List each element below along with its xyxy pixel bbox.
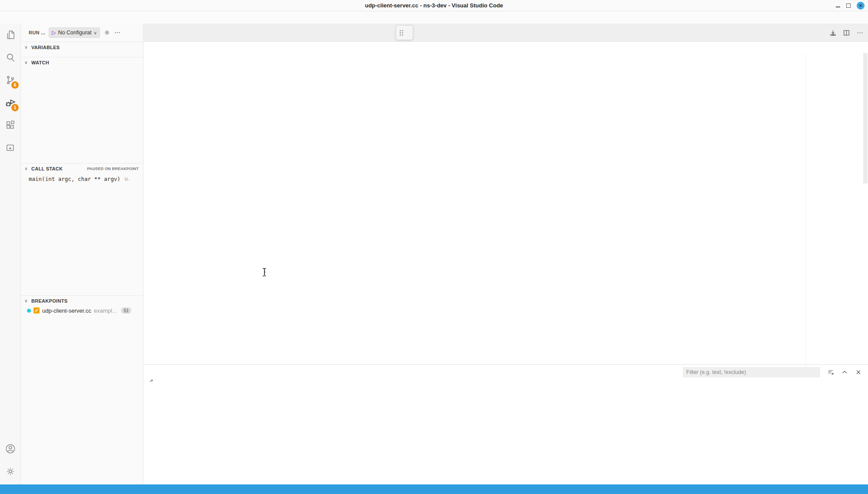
more-actions-icon[interactable] [114,29,121,36]
mouse-ibeam-cursor [262,268,267,277]
menu-bar [0,11,868,23]
close-panel-icon[interactable] [855,369,862,376]
toolbar-grip-icon[interactable] [400,30,403,36]
call-stack-section-header[interactable]: ∨ CALL STACK PAUSED ON BREAKPOINT [21,163,143,174]
debug-toolbar [396,25,413,40]
variables-section-header[interactable]: ∨ VARIABLES [21,42,143,52]
window-title: udp-client-server.cc - ns-3-dev - Visual… [365,2,503,9]
editor-group: > [144,23,868,484]
vscode-window: udp-client-server.cc - ns-3-dev - Visual… [0,0,868,494]
accounts-icon[interactable] [0,437,21,460]
breakpoint-line-badge: 51 [121,307,131,314]
debug-settings-gear-icon[interactable] [103,29,110,36]
panel-header [144,365,868,380]
chevron-down-icon: ∨ [23,298,29,303]
debug-config-dropdown[interactable]: ▷ No Configurat ∨ [49,27,100,38]
split-editor-icon[interactable] [843,29,850,37]
breakpoint-dot-icon [27,309,31,313]
breakpoint-row[interactable]: ✓ udp-client-server.cc exampl... 51 [21,306,143,315]
editor-scrollbar[interactable] [863,53,868,364]
paused-on-breakpoint-badge: PAUSED ON BREAKPOINT [87,167,139,171]
chevron-down-icon: ∨ [94,30,97,35]
console-filter-input[interactable] [683,367,820,377]
more-actions-icon[interactable] [856,29,864,37]
breadcrumb [144,42,868,53]
close-icon[interactable]: × [857,2,865,10]
clear-console-icon[interactable] [827,369,834,376]
chevron-down-icon: ∨ [23,60,29,65]
editor-tab-bar [144,23,868,42]
code-editor[interactable] [144,53,868,364]
title-bar: udp-client-server.cc - ns-3-dev - Visual… [0,0,868,11]
debug-sidebar: RUN ... ▷ No Configurat ∨ ∨ VARIABLES [21,23,144,484]
activity-bar: 6 1 [0,23,21,484]
run-panel-title: RUN ... [29,30,45,35]
breakpoints-section-header[interactable]: ∨ BREAKPOINTS [21,295,143,306]
breakpoint-checkbox[interactable]: ✓ [33,307,40,314]
settings-gear-icon[interactable] [0,460,21,483]
bottom-panel: > [144,364,868,484]
minimap[interactable] [805,53,863,364]
search-icon[interactable] [0,46,21,69]
editor-actions [829,23,864,42]
source-control-badge: 6 [11,81,19,89]
watch-section-header[interactable]: ∨ WATCH [21,57,143,67]
source-control-icon[interactable]: 6 [0,69,21,91]
run-and-debug-icon[interactable]: 1 [0,91,21,114]
chevron-down-icon: ∨ [23,45,29,50]
console-prompt[interactable]: > [144,380,868,385]
explorer-icon[interactable] [0,23,21,46]
call-stack-frame[interactable]: main(int argc, char ** argv) u. [21,174,143,184]
chevron-down-icon: ∨ [23,166,29,171]
cmake-tools-icon[interactable] [0,137,21,159]
start-debug-icon[interactable]: ▷ [52,30,56,36]
maximize-panel-icon[interactable] [841,369,848,376]
extensions-icon[interactable] [0,114,21,137]
debug-console-output[interactable]: > [144,380,868,484]
debug-badge: 1 [11,104,19,111]
run-panel-header: RUN ... ▷ No Configurat ∨ [21,23,143,42]
run-file-icon[interactable] [829,29,837,37]
minimize-icon[interactable] [836,4,840,7]
status-bar [0,484,868,494]
maximize-icon[interactable] [846,3,851,8]
